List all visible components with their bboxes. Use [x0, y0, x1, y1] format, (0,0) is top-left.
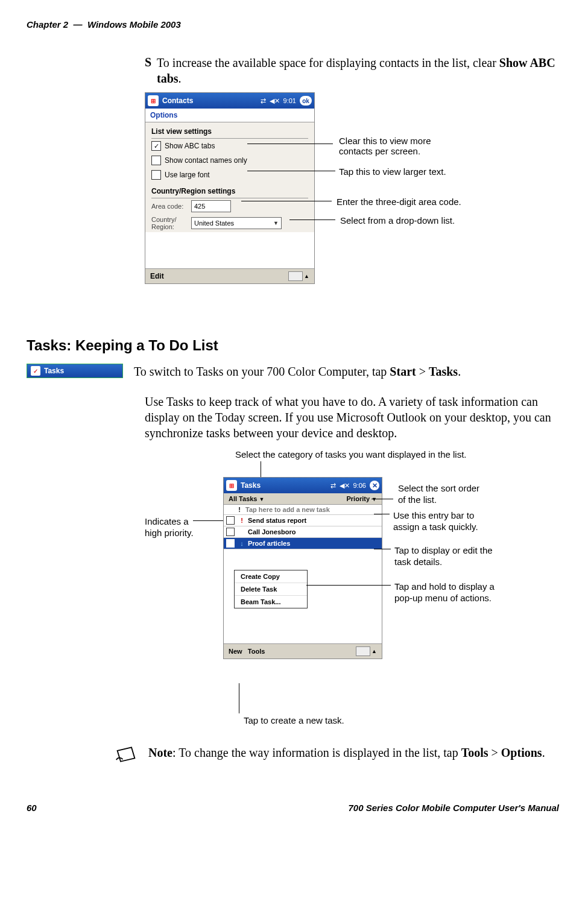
- callout-text: Select the category of tasks you want di…: [235, 449, 467, 460]
- new-menu[interactable]: New: [229, 648, 242, 655]
- page-header: Chapter 2 — Windows Mobile 2003: [27, 19, 559, 30]
- callout-text: Clear this to view more: [339, 136, 431, 146]
- task-row-selected[interactable]: ↓ Proof articles: [224, 538, 382, 549]
- titlebar: ⊞ Contacts ⇄ ◀✕ 9:01 ok: [145, 93, 314, 109]
- tasks-app-icon: ✓ Tasks: [27, 364, 123, 378]
- tools-menu[interactable]: Tools: [248, 648, 265, 655]
- menu-beam-task[interactable]: Beam Task...: [235, 596, 307, 608]
- section-heading: Tasks: Keeping a To Do List: [27, 337, 559, 354]
- list-view-heading: List view settings: [145, 122, 314, 137]
- edit-menu[interactable]: Edit: [150, 272, 164, 280]
- country-dropdown[interactable]: United States ▼: [191, 217, 282, 229]
- start-flag-icon: ⊞: [226, 480, 237, 491]
- country-region-label: Country/ Region:: [151, 216, 189, 230]
- task-row[interactable]: Call Jonesboro: [224, 526, 382, 538]
- show-abc-tabs-row[interactable]: ✓ Show ABC tabs: [145, 139, 314, 153]
- callout-sort: Select the sort orderof the list.: [398, 482, 479, 505]
- chevron-down-icon: ▼: [371, 496, 377, 502]
- callout-new-task: Tap to create a new task.: [244, 715, 344, 726]
- checkbox-icon[interactable]: [151, 170, 161, 180]
- clock-text: 9:06: [353, 482, 366, 489]
- volume-icon: ◀✕: [340, 482, 350, 490]
- chapter-title: Windows Mobile 2003: [87, 19, 181, 30]
- manual-title: 700 Series Color Mobile Computer User's …: [349, 803, 560, 813]
- area-code-label: Area code:: [151, 203, 189, 210]
- up-arrow-icon[interactable]: ▲: [304, 273, 309, 279]
- screenshot-contacts-options: ⊞ Contacts ⇄ ◀✕ 9:01 ok Options List vie…: [145, 92, 559, 315]
- callout-tap-hold: Tap and hold to display apop-up menu of …: [394, 581, 495, 604]
- menu-delete-task[interactable]: Delete Task: [235, 583, 307, 596]
- checkbox-icon[interactable]: [226, 528, 235, 536]
- close-icon[interactable]: ✕: [370, 481, 379, 490]
- task-row[interactable]: ! Send status report: [224, 515, 382, 526]
- use-large-font-row[interactable]: Use large font: [145, 168, 314, 182]
- new-task-entry[interactable]: ! Tap here to add a new task: [224, 505, 382, 515]
- screenshot-tasks: Select the category of tasks you want di…: [145, 449, 559, 733]
- callout-entry-bar: Use this entry bar toassign a task quick…: [393, 510, 478, 532]
- note-icon: [115, 745, 138, 765]
- category-filter[interactable]: All Tasks ▼: [229, 495, 264, 502]
- callout-display-edit: Tap to display or edit thetask details.: [394, 545, 493, 567]
- titlebar: ⊞ Tasks ⇄ ◀✕ 9:06 ✕: [224, 478, 382, 493]
- callout-high-priority: Indicates ahigh priority.: [145, 516, 194, 539]
- callout-text: contacts per screen.: [339, 146, 420, 156]
- area-code-input[interactable]: [191, 200, 231, 212]
- tasks-window: ⊞ Tasks ⇄ ◀✕ 9:06 ✕ All Tasks ▼ Priority…: [223, 477, 382, 659]
- context-menu: Create Copy Delete Task Beam Task...: [234, 570, 308, 608]
- keyboard-icon[interactable]: [288, 271, 303, 281]
- clock-text: 9:01: [283, 97, 296, 104]
- bullet-mark: S: [145, 55, 157, 86]
- chapter-label: Chapter 2: [27, 19, 68, 30]
- checkbox-icon[interactable]: [226, 539, 235, 548]
- start-flag-icon: ⊞: [148, 95, 159, 106]
- country-region-heading: Country/Region settings: [145, 182, 314, 197]
- callout-text: Select from a drop-down list.: [340, 215, 455, 226]
- ok-button[interactable]: ok: [300, 96, 312, 106]
- keyboard-icon[interactable]: [356, 646, 370, 656]
- checkbox-icon[interactable]: ✓: [151, 141, 161, 151]
- connectivity-icon: ⇄: [261, 97, 266, 105]
- menu-create-copy[interactable]: Create Copy: [235, 570, 307, 583]
- checkbox-icon[interactable]: [226, 516, 235, 525]
- tasks-icon: ✓: [31, 366, 40, 376]
- callout-text: Enter the three-digit area code.: [337, 197, 461, 207]
- options-label: Options: [145, 109, 314, 122]
- show-names-only-row[interactable]: Show contact names only: [145, 153, 314, 168]
- volume-icon: ◀✕: [270, 97, 280, 105]
- connectivity-icon: ⇄: [330, 482, 336, 490]
- page-number: 60: [27, 803, 37, 813]
- checkbox-icon[interactable]: [151, 156, 161, 165]
- up-arrow-icon[interactable]: ▲: [371, 648, 377, 654]
- bullet-item: S To increase the available space for di…: [145, 55, 559, 86]
- chevron-down-icon: ▼: [259, 496, 265, 502]
- chevron-down-icon: ▼: [273, 220, 279, 226]
- contacts-options-window: ⊞ Contacts ⇄ ◀✕ 9:01 ok Options List vie…: [145, 92, 315, 284]
- tasks-description: Use Tasks to keep track of what you have…: [145, 394, 559, 441]
- callout-text: Tap this to view larger text.: [339, 166, 446, 177]
- page-footer: 60 700 Series Color Mobile Computer User…: [27, 803, 559, 813]
